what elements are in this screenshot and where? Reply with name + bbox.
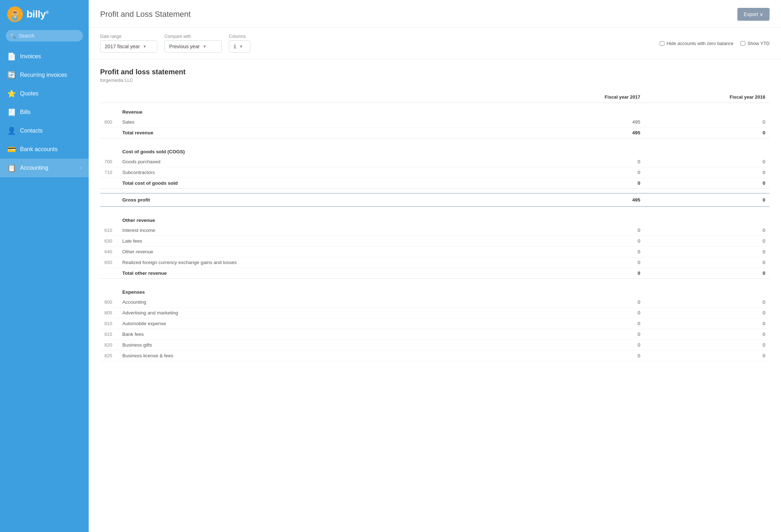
row-code: 600 [100,117,118,128]
compare-with-group: Compare with Previous year ▼ [164,34,222,53]
report-content: Profit and loss statement forgemedia LLC… [89,59,781,532]
row-val1[interactable]: 0 [520,225,644,236]
row-val2[interactable]: 0 [645,247,770,257]
total-val1: 0 [520,178,644,189]
row-val2[interactable]: 0 [645,156,770,167]
row-label: Automobile expense [118,318,520,329]
compare-with-select[interactable]: Previous year ▼ [164,40,222,53]
page-title: Profit and Loss Statement [100,10,191,19]
hide-zero-label: Hide accounts with zero balance [667,41,733,46]
spacer-row [100,138,770,143]
section-header: Revenue [100,103,770,117]
row-val1[interactable]: 0 [520,340,644,350]
svg-rect-5 [14,11,17,12]
sidebar-item-invoices[interactable]: 📄 Invoices [0,47,89,66]
total-row: Total cost of goods sold 0 0 [100,178,770,189]
row-val2[interactable]: 0 [645,297,770,308]
sidebar-nav: 📄 Invoices 🔄 Recurring invoices ⭐ Quotes… [0,47,89,532]
sidebar-item-recurring-invoices[interactable]: 🔄 Recurring invoices [0,66,89,84]
gp-val1: 495 [520,193,644,207]
section-header-label: Cost of goods sold (COGS) [118,143,770,156]
row-val1[interactable]: 495 [520,117,644,128]
row-label: Subcontractors [118,167,520,178]
table-row: 640 Other revenue 0 0 [100,247,770,257]
gp-code [100,193,118,207]
row-val2[interactable]: 0 [645,257,770,268]
row-val1[interactable]: 0 [520,329,644,340]
row-val2[interactable]: 0 [645,117,770,128]
bills-icon: 🧾 [7,108,16,116]
row-code: 815 [100,329,118,340]
report-company: forgemedia LLC [100,78,770,83]
row-val1[interactable]: 0 [520,318,644,329]
total-val1: 495 [520,128,644,138]
date-range-select[interactable]: 2017 fiscal year ▼ [100,40,157,53]
total-code [100,268,118,279]
avatar [7,6,23,22]
gp-val2: 0 [645,193,770,207]
row-label: Bank fees [118,329,520,340]
app-name: billy® [26,9,49,20]
export-button[interactable]: Export ∨ [737,8,770,21]
row-val1[interactable]: 0 [520,167,644,178]
sidebar-item-contacts[interactable]: 👤 Contacts [0,121,89,140]
section-code [100,283,118,297]
row-val2[interactable]: 0 [645,236,770,247]
row-val2[interactable]: 0 [645,340,770,350]
row-label: Advertising and marketing [118,308,520,318]
row-label: Late fees [118,236,520,247]
columns-select[interactable]: 1 ▼ [229,40,250,53]
row-val2[interactable]: 0 [645,225,770,236]
show-ytd-input[interactable] [741,41,745,46]
row-code: 700 [100,156,118,167]
date-range-label: Date range [100,34,157,39]
row-val1[interactable]: 0 [520,247,644,257]
row-val1[interactable]: 0 [520,236,644,247]
sidebar-item-bills[interactable]: 🧾 Bills [0,103,89,121]
contacts-icon: 👤 [7,126,16,135]
date-range-value: 2017 fiscal year [105,44,140,49]
show-ytd-checkbox[interactable]: Show YTD [741,41,770,46]
report-title: Profit and loss statement [100,68,770,76]
search-input[interactable] [6,30,83,41]
spacer-row [100,279,770,283]
row-label: Other revenue [118,247,520,257]
sidebar-item-bank-accounts[interactable]: 💳 Bank accounts [0,140,89,159]
filter-checkboxes: Hide accounts with zero balance Show YTD [660,41,770,46]
search-icon: 🔍 [10,33,16,39]
row-val1[interactable]: 0 [520,297,644,308]
section-code [100,211,118,225]
total-row: Total revenue 495 0 [100,128,770,138]
sidebar-item-quotes[interactable]: ⭐ Quotes [0,84,89,103]
sidebar-item-label: Accounting [20,165,76,171]
table-row: 710 Subcontractors 0 0 [100,167,770,178]
col-name-header [118,91,520,103]
row-val1[interactable]: 0 [520,308,644,318]
section-header-label: Other revenue [118,211,770,225]
row-val2[interactable]: 0 [645,350,770,361]
row-val1[interactable]: 0 [520,257,644,268]
row-val2[interactable]: 0 [645,318,770,329]
table-row: 825 Business license & fees 0 0 [100,350,770,361]
row-code: 610 [100,225,118,236]
row-val2[interactable]: 0 [645,167,770,178]
chevron-right-icon: › [80,165,82,170]
row-val1[interactable]: 0 [520,156,644,167]
table-row: 805 Advertising and marketing 0 0 [100,308,770,318]
table-row: 800 Accounting 0 0 [100,297,770,308]
row-val1[interactable]: 0 [520,350,644,361]
row-code: 640 [100,247,118,257]
report-table: Fiscal year 2017 Fiscal year 2016 Revenu… [100,91,770,361]
section-header: Expenses [100,283,770,297]
hide-zero-checkbox[interactable]: Hide accounts with zero balance [660,41,733,46]
sidebar-item-label: Bank accounts [20,146,82,153]
sidebar-item-label: Recurring invoices [20,72,82,78]
sidebar-item-label: Quotes [20,90,82,97]
hide-zero-input[interactable] [660,41,664,46]
sidebar-item-accounting[interactable]: 📋 Accounting › [0,159,89,177]
row-code: 825 [100,350,118,361]
row-val2[interactable]: 0 [645,308,770,318]
row-code: 630 [100,236,118,247]
row-label: Business gifts [118,340,520,350]
row-val2[interactable]: 0 [645,329,770,340]
